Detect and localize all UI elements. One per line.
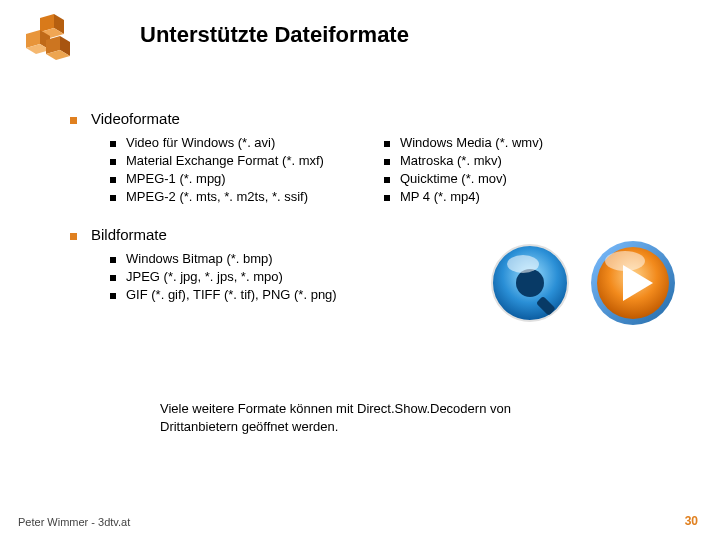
bullet-icon	[384, 141, 390, 147]
bullet-icon	[110, 159, 116, 165]
logo-icon	[20, 10, 80, 70]
list-item: Matroska (*. mkv)	[384, 153, 543, 168]
bullet-icon	[110, 293, 116, 299]
bullet-icon	[110, 275, 116, 281]
list-item: MPEG-2 (*. mts, *. m2ts, *. ssif)	[110, 189, 324, 204]
video-right-list: Windows Media (*. wmv) Matroska (*. mkv)…	[384, 135, 543, 204]
footnote-text: Viele weitere Formate können mit Direct.…	[160, 400, 560, 435]
slide-title: Unterstützte Dateiformate	[140, 22, 409, 48]
list-item: JPEG (*. jpg, *. jps, *. mpo)	[110, 269, 337, 284]
footer-page-number: 30	[685, 514, 698, 528]
quicktime-icon	[485, 238, 575, 328]
bullet-icon	[110, 257, 116, 263]
bullet-icon	[110, 141, 116, 147]
bullet-icon	[110, 195, 116, 201]
media-icons	[485, 235, 680, 330]
svg-point-10	[516, 269, 544, 297]
bullet-icon	[70, 233, 77, 240]
svg-point-12	[507, 255, 539, 273]
video-left-list: Video für Windows (*. avi) Material Exch…	[110, 135, 324, 204]
bullet-icon	[384, 195, 390, 201]
footer-author: Peter Wimmer - 3dtv.at	[18, 516, 130, 528]
bullet-icon	[384, 177, 390, 183]
list-item: Windows Bitmap (*. bmp)	[110, 251, 337, 266]
image-list: Windows Bitmap (*. bmp) JPEG (*. jpg, *.…	[110, 251, 337, 302]
list-item: Video für Windows (*. avi)	[110, 135, 324, 150]
list-item: Material Exchange Format (*. mxf)	[110, 153, 324, 168]
list-item: Windows Media (*. wmv)	[384, 135, 543, 150]
section-video: Videoformate	[70, 110, 690, 127]
section-heading: Videoformate	[91, 110, 180, 127]
bullet-icon	[110, 177, 116, 183]
list-item: Quicktime (*. mov)	[384, 171, 543, 186]
list-item: MP 4 (*. mp4)	[384, 189, 543, 204]
section-heading: Bildformate	[91, 226, 167, 243]
svg-point-16	[605, 251, 645, 271]
list-item: GIF (*. gif), TIFF (*. tif), PNG (*. png…	[110, 287, 337, 302]
bullet-icon	[384, 159, 390, 165]
list-item: MPEG-1 (*. mpg)	[110, 171, 324, 186]
windows-media-player-icon	[585, 235, 680, 330]
bullet-icon	[70, 117, 77, 124]
